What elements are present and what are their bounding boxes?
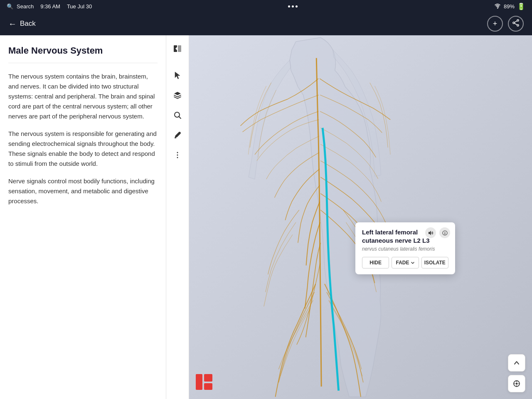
status-time: 9:36 AM <box>40 3 60 10</box>
add-button[interactable]: + <box>487 16 503 32</box>
back-button[interactable]: ← Back <box>8 19 36 29</box>
main-content: Male Nervous System The nervous system c… <box>0 35 532 399</box>
svg-point-3 <box>513 22 515 24</box>
draw-button[interactable] <box>168 126 187 144</box>
body-illustration <box>189 35 532 399</box>
tooltip-actions: HIDE FADE ISOLATE <box>362 257 448 268</box>
cursor-button[interactable] <box>168 66 187 84</box>
status-search-label[interactable]: Search <box>17 3 34 10</box>
plus-icon: + <box>493 20 498 28</box>
chevron-up-button[interactable] <box>508 354 525 372</box>
status-bar: 🔍 Search 9:36 AM Tue Jul 30 89% 🔋 <box>0 0 532 12</box>
status-dots <box>288 5 298 7</box>
svg-point-2 <box>517 25 519 26</box>
svg-line-5 <box>515 23 517 25</box>
tooltip-info-button[interactable] <box>439 227 450 238</box>
tooltip-icon-group <box>425 227 450 238</box>
svg-line-4 <box>515 21 517 22</box>
description-paragraph-2: The nervous system is responsible for ge… <box>8 129 158 169</box>
search-view-button[interactable] <box>168 106 187 124</box>
svg-point-17 <box>444 231 445 232</box>
fade-label: FADE <box>396 260 409 266</box>
svg-line-9 <box>179 117 181 119</box>
svg-point-13 <box>177 157 178 158</box>
status-bar-left: 🔍 Search 9:36 AM Tue Jul 30 <box>7 3 92 10</box>
anatomy-tooltip: Left lateral femoral cutaneous nerve L2 … <box>355 222 455 274</box>
search-icon[interactable]: 🔍 <box>7 3 13 10</box>
anatomy-viewer[interactable]: Left lateral femoral cutaneous nerve L2 … <box>189 35 532 399</box>
nav-actions: + <box>487 16 524 32</box>
fade-button[interactable]: FADE <box>392 257 419 268</box>
isolate-button[interactable]: ISOLATE <box>421 257 448 268</box>
status-bar-right: 89% 🔋 <box>494 2 525 10</box>
share-icon <box>512 19 520 29</box>
reset-view-button[interactable] <box>508 375 525 392</box>
status-date: Tue Jul 30 <box>67 3 92 10</box>
svg-rect-20 <box>204 383 212 390</box>
svg-point-0 <box>497 8 498 9</box>
wifi-icon <box>494 3 501 10</box>
battery-label: 89% <box>504 3 515 10</box>
more-options-button[interactable] <box>168 146 187 164</box>
layers-button[interactable] <box>168 86 187 104</box>
svg-point-1 <box>517 20 519 21</box>
view-controls <box>508 354 525 392</box>
back-arrow-icon: ← <box>8 19 17 29</box>
svg-point-11 <box>177 152 178 153</box>
brand-logo <box>196 374 212 392</box>
toolbar <box>166 35 189 399</box>
description-paragraph-3: Nerve signals control most bodily functi… <box>8 176 158 206</box>
page-title: Male Nervous System <box>8 45 158 63</box>
tooltip-latin-name: nervus cutaneus lateralis femoris <box>362 246 448 252</box>
nav-bar: ← Back + <box>0 12 532 35</box>
description-paragraph-1: The nervous system contains the brain, b… <box>8 71 158 121</box>
svg-rect-7 <box>178 45 181 52</box>
svg-marker-14 <box>429 231 431 235</box>
svg-point-12 <box>177 155 178 156</box>
tooltip-sound-button[interactable] <box>425 227 436 238</box>
collapse-panel-button[interactable] <box>168 39 187 58</box>
svg-rect-18 <box>196 374 202 390</box>
share-button[interactable] <box>508 16 524 32</box>
svg-rect-19 <box>204 374 212 382</box>
back-label: Back <box>20 20 36 28</box>
hide-button[interactable]: HIDE <box>362 257 389 268</box>
svg-point-22 <box>516 383 518 385</box>
battery-icon: 🔋 <box>517 2 525 10</box>
left-panel: Male Nervous System The nervous system c… <box>0 35 166 399</box>
